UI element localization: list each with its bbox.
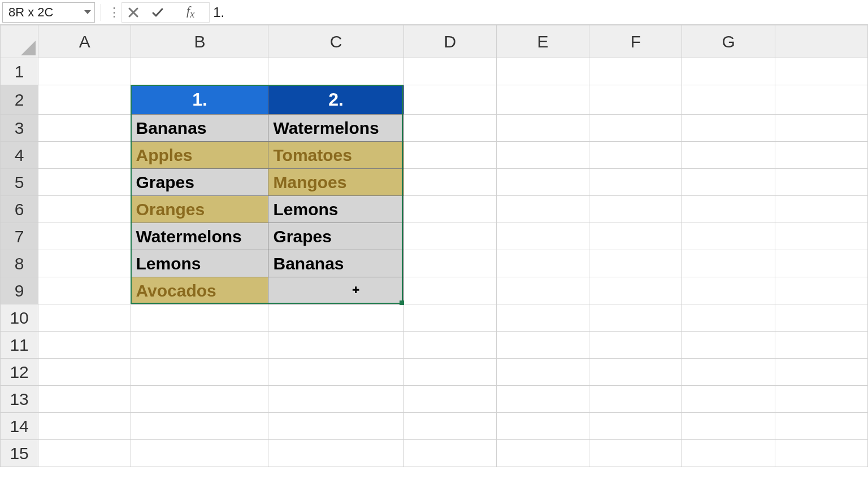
cell[interactable] xyxy=(268,359,403,386)
row-header[interactable]: 13 xyxy=(1,386,38,413)
cell[interactable] xyxy=(589,250,682,277)
cell[interactable] xyxy=(403,250,496,277)
cell[interactable] xyxy=(38,142,131,169)
cell[interactable] xyxy=(775,58,867,85)
cell[interactable] xyxy=(775,440,867,467)
cell[interactable] xyxy=(268,304,403,332)
cell[interactable]: Watermelons xyxy=(131,223,268,250)
cell[interactable] xyxy=(38,277,131,304)
select-all-corner[interactable] xyxy=(1,25,38,58)
col-header-extra[interactable] xyxy=(775,25,867,58)
cell[interactable] xyxy=(38,85,131,115)
cell[interactable] xyxy=(403,85,496,115)
cell[interactable] xyxy=(403,332,496,359)
formula-input[interactable] xyxy=(210,3,868,21)
cell[interactable] xyxy=(38,440,131,467)
row-header[interactable]: 5 xyxy=(1,169,38,196)
row-header[interactable]: 1 xyxy=(1,58,38,85)
cell[interactable]: 1. xyxy=(131,85,268,115)
cell[interactable]: Apples xyxy=(131,142,268,169)
cell[interactable] xyxy=(682,142,775,169)
cell[interactable] xyxy=(403,440,496,467)
cell[interactable] xyxy=(682,250,775,277)
cell[interactable]: Grapes xyxy=(268,223,403,250)
row-header[interactable]: 11 xyxy=(1,332,38,359)
cell[interactable] xyxy=(496,440,589,467)
cell[interactable] xyxy=(682,85,775,115)
name-box[interactable]: 8R x 2C xyxy=(2,2,95,23)
cell[interactable] xyxy=(589,169,682,196)
cell[interactable] xyxy=(38,115,131,142)
cell[interactable] xyxy=(496,142,589,169)
cell[interactable]: Grapes xyxy=(131,169,268,196)
cell[interactable] xyxy=(775,85,867,115)
cell[interactable]: Tomatoes xyxy=(268,142,403,169)
cell[interactable]: 2. xyxy=(268,85,403,115)
row-header[interactable]: 4 xyxy=(1,142,38,169)
cell[interactable] xyxy=(775,142,867,169)
cell[interactable] xyxy=(496,250,589,277)
cell[interactable] xyxy=(496,223,589,250)
cell[interactable] xyxy=(38,58,131,85)
cell[interactable] xyxy=(403,58,496,85)
cell[interactable] xyxy=(403,223,496,250)
cell[interactable] xyxy=(403,115,496,142)
cell[interactable]: Bananas xyxy=(268,250,403,277)
cell[interactable] xyxy=(589,413,682,440)
cell[interactable] xyxy=(775,250,867,277)
cell[interactable] xyxy=(496,332,589,359)
cell[interactable] xyxy=(775,115,867,142)
cell[interactable]: Lemons xyxy=(268,196,403,223)
cell[interactable] xyxy=(403,277,496,304)
cell[interactable] xyxy=(775,223,867,250)
cell[interactable] xyxy=(403,304,496,332)
cell[interactable] xyxy=(496,359,589,386)
cell[interactable] xyxy=(496,386,589,413)
cell[interactable] xyxy=(682,332,775,359)
fx-icon[interactable]: fx xyxy=(186,3,194,20)
cell[interactable] xyxy=(496,196,589,223)
cell[interactable] xyxy=(131,413,268,440)
cell[interactable] xyxy=(268,332,403,359)
cell[interactable] xyxy=(775,386,867,413)
spreadsheet-grid[interactable]: A B C D E F G 121.2.3BananasWatermelons4… xyxy=(0,25,868,467)
cell[interactable] xyxy=(268,58,403,85)
cell[interactable] xyxy=(775,169,867,196)
cell[interactable] xyxy=(131,359,268,386)
cell[interactable] xyxy=(403,142,496,169)
cell[interactable] xyxy=(38,223,131,250)
cell[interactable] xyxy=(38,169,131,196)
cell[interactable] xyxy=(682,304,775,332)
cell[interactable] xyxy=(682,223,775,250)
cell[interactable] xyxy=(496,169,589,196)
col-header-E[interactable]: E xyxy=(496,25,589,58)
cell[interactable] xyxy=(268,440,403,467)
col-header-C[interactable]: C xyxy=(268,25,403,58)
cell[interactable] xyxy=(775,277,867,304)
cell[interactable] xyxy=(682,359,775,386)
cell[interactable] xyxy=(496,58,589,85)
cell[interactable] xyxy=(682,440,775,467)
cell[interactable] xyxy=(496,115,589,142)
cell[interactable] xyxy=(589,304,682,332)
cell[interactable] xyxy=(496,85,589,115)
cell[interactable] xyxy=(38,250,131,277)
cell[interactable] xyxy=(38,413,131,440)
cell[interactable] xyxy=(589,58,682,85)
cell[interactable] xyxy=(589,115,682,142)
col-header-F[interactable]: F xyxy=(589,25,682,58)
cell[interactable] xyxy=(682,115,775,142)
cell[interactable] xyxy=(496,304,589,332)
cell[interactable]: Bananas xyxy=(131,115,268,142)
col-header-G[interactable]: G xyxy=(682,25,775,58)
cell[interactable] xyxy=(682,169,775,196)
cell[interactable] xyxy=(682,58,775,85)
cell[interactable] xyxy=(589,359,682,386)
cell[interactable] xyxy=(682,277,775,304)
cell[interactable] xyxy=(38,332,131,359)
cell[interactable] xyxy=(682,413,775,440)
cell[interactable] xyxy=(268,386,403,413)
cell[interactable] xyxy=(775,196,867,223)
row-header[interactable]: 2 xyxy=(1,85,38,115)
cancel-icon[interactable] xyxy=(128,7,139,18)
